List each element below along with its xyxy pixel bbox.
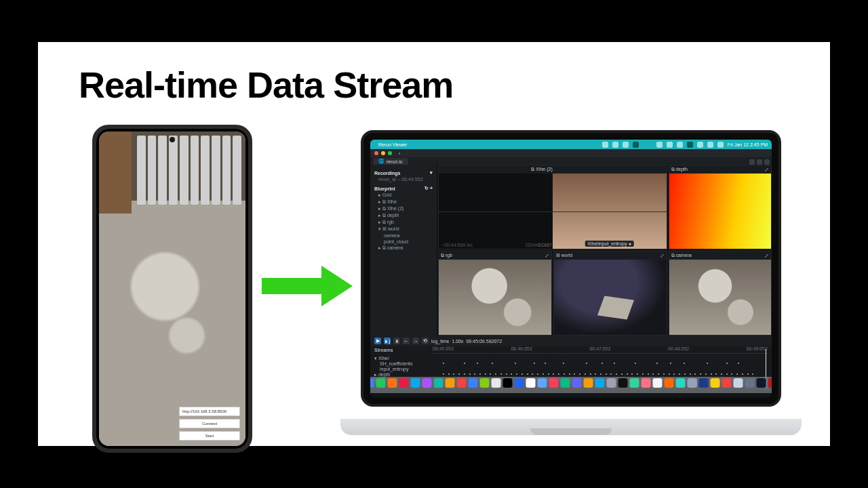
connect-button[interactable]: Connect bbox=[179, 419, 240, 428]
stream-row[interactable]: input_entropy bbox=[374, 367, 408, 371]
loop-button[interactable]: ⟲ bbox=[422, 338, 429, 344]
dock-app-icon[interactable] bbox=[411, 378, 420, 388]
dock-app-icon[interactable] bbox=[434, 378, 443, 388]
moon-icon[interactable] bbox=[656, 142, 663, 148]
chevron-down-icon[interactable]: ▾ bbox=[430, 170, 433, 176]
sidebar-item[interactable]: ▸ Grid bbox=[374, 192, 433, 198]
time-range-label: 06:45:06.582072 bbox=[467, 339, 502, 344]
globe-icon[interactable] bbox=[677, 142, 683, 148]
dock-app-icon[interactable] bbox=[422, 378, 432, 388]
dock-app-icon[interactable] bbox=[676, 378, 686, 388]
server-url-input[interactable]: http://192.168.3.58:8500 bbox=[179, 407, 240, 416]
dock-app-icon[interactable] bbox=[492, 378, 501, 388]
stream-row[interactable]: ▾ Xihe/ bbox=[374, 356, 389, 361]
clock-label[interactable]: Fri Jan 12 2:45 PM bbox=[728, 142, 768, 147]
zoom-window-icon[interactable] bbox=[388, 151, 392, 155]
panel-toggle-icon[interactable] bbox=[749, 159, 755, 165]
dock-app-icon[interactable] bbox=[526, 378, 536, 388]
dock-app-icon[interactable] bbox=[734, 378, 743, 388]
wifi-icon[interactable] bbox=[707, 142, 713, 148]
dock-app-icon[interactable] bbox=[446, 378, 455, 388]
dock-app-icon[interactable] bbox=[595, 378, 605, 388]
recording-item[interactable]: rerun_ar – 06:44:55Z bbox=[374, 177, 433, 182]
view-xihe2[interactable]: ⧉ Xihe (2) ⤢ Xihe/input_entropy ● ~00:44… bbox=[438, 165, 667, 249]
mac-dock bbox=[370, 377, 772, 393]
refresh-icon[interactable]: ↻ bbox=[425, 186, 429, 190]
app-menu[interactable]: Rerun Viewer bbox=[378, 142, 407, 147]
dock-app-icon[interactable] bbox=[549, 378, 559, 388]
view-maximize-icon[interactable]: ⤢ bbox=[545, 253, 549, 259]
view-maximize-icon[interactable]: ⤢ bbox=[660, 253, 665, 259]
sidebar-item[interactable]: ▾ ⊞ world bbox=[374, 226, 433, 232]
dock-app-icon[interactable] bbox=[757, 378, 766, 388]
dock-app-icon[interactable] bbox=[722, 378, 732, 388]
window-titlebar: ‹ bbox=[370, 149, 772, 157]
step-back-button[interactable]: ← bbox=[403, 338, 410, 344]
dock-app-icon[interactable] bbox=[469, 378, 478, 388]
dock-app-icon[interactable] bbox=[768, 378, 772, 388]
view-rgb[interactable]: ⧉ rgb ⤢ bbox=[438, 251, 552, 336]
dock-app-icon[interactable] bbox=[584, 378, 593, 388]
dock-app-icon[interactable] bbox=[665, 378, 674, 388]
view-title: ⧉ depth bbox=[671, 167, 688, 172]
slide-title: Real-time Data Stream bbox=[79, 64, 453, 106]
sidebar-item[interactable]: ▸ ⧉ depth bbox=[374, 213, 433, 218]
dock-app-icon[interactable] bbox=[745, 378, 755, 388]
dock-app-icon[interactable] bbox=[699, 378, 709, 388]
control-center-icon[interactable] bbox=[717, 142, 724, 148]
bluetooth-icon[interactable] bbox=[667, 142, 673, 148]
dock-app-icon[interactable] bbox=[399, 378, 409, 388]
play-button[interactable]: ▶ bbox=[374, 338, 381, 344]
status-icon[interactable] bbox=[602, 142, 608, 148]
dock-app-icon[interactable] bbox=[642, 378, 651, 388]
follow-button[interactable]: ⏵| bbox=[384, 338, 391, 344]
dock-app-icon[interactable] bbox=[711, 378, 720, 388]
battery-icon[interactable] bbox=[697, 142, 703, 148]
status-icon[interactable] bbox=[612, 142, 618, 148]
status-icon[interactable] bbox=[633, 142, 639, 148]
sidebar-item[interactable]: ▸ ⧉ Xihe bbox=[374, 199, 433, 205]
sidebar-item[interactable]: ▸ ⧉ rgb bbox=[374, 220, 433, 225]
sidebar-item[interactable]: camera bbox=[374, 233, 433, 238]
dock-app-icon[interactable] bbox=[561, 378, 570, 388]
dock-app-icon[interactable] bbox=[688, 378, 697, 388]
start-button[interactable]: Start bbox=[179, 431, 240, 441]
minimize-window-icon[interactable] bbox=[381, 151, 385, 155]
dock-app-icon[interactable] bbox=[457, 378, 467, 388]
tab-rerun[interactable]: 🌐rerun.io bbox=[373, 158, 408, 165]
view-maximize-icon[interactable]: ⤢ bbox=[764, 253, 769, 259]
dock-app-icon[interactable] bbox=[572, 378, 582, 388]
sidebar-item[interactable]: point_cloud bbox=[374, 239, 433, 244]
step-fwd-button[interactable]: → bbox=[412, 338, 419, 344]
sidebar-item[interactable]: ▸ ⧉ Xihe (2) bbox=[374, 206, 433, 211]
stream-row[interactable]: SH_coefficients bbox=[374, 361, 413, 366]
dock-app-icon[interactable] bbox=[538, 378, 547, 388]
dock-app-icon[interactable] bbox=[618, 378, 628, 388]
streams-header: Streams bbox=[374, 348, 393, 352]
status-icon[interactable] bbox=[623, 142, 629, 148]
view-world[interactable]: ⊞ world ⤢ bbox=[553, 251, 667, 336]
sidebar-item[interactable]: ▸ ⧉ camera bbox=[374, 245, 433, 251]
dock-app-icon[interactable] bbox=[480, 378, 490, 388]
view-maximize-icon[interactable]: ⤢ bbox=[764, 167, 769, 173]
view-depth[interactable]: ⧉ depth ⤢ bbox=[669, 165, 772, 249]
event-lane bbox=[433, 372, 768, 376]
speed-field[interactable]: 1.00x bbox=[452, 339, 463, 344]
view-camera[interactable]: ⧉ camera ⤢ bbox=[669, 251, 772, 336]
close-window-icon[interactable] bbox=[374, 151, 378, 155]
dock-app-icon[interactable] bbox=[515, 378, 524, 388]
dock-app-icon[interactable] bbox=[630, 378, 639, 388]
dock-app-icon[interactable] bbox=[503, 378, 513, 388]
nav-back-icon[interactable]: ‹ bbox=[399, 151, 400, 156]
dock-app-icon[interactable] bbox=[376, 378, 386, 388]
panel-toggle-icon[interactable] bbox=[764, 159, 770, 165]
pause-button[interactable]: ⏸ bbox=[393, 338, 400, 344]
dock-app-icon[interactable] bbox=[388, 378, 397, 388]
input-icon[interactable] bbox=[687, 142, 693, 148]
dock-app-icon[interactable] bbox=[370, 378, 374, 388]
add-icon[interactable]: + bbox=[430, 186, 433, 190]
dock-app-icon[interactable] bbox=[653, 378, 663, 388]
time-mode-select[interactable]: log_time bbox=[431, 339, 449, 344]
dock-app-icon[interactable] bbox=[607, 378, 616, 388]
panel-toggle-icon[interactable] bbox=[757, 159, 762, 165]
